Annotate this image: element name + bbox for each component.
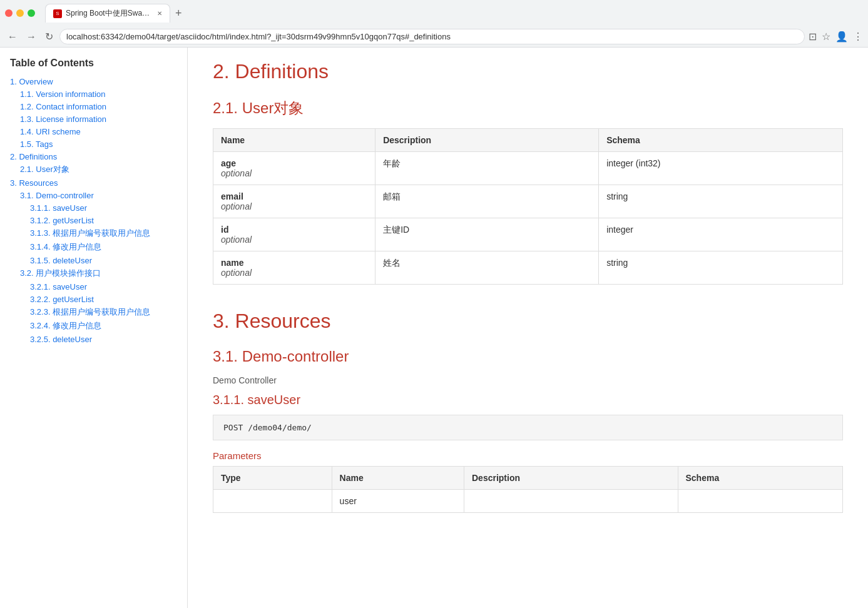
toc-item-getbyid2: 3.2.3. 根据用户编号获取用户信息 — [10, 307, 177, 318]
toc-link-version[interactable]: 1.1. Version information — [20, 89, 106, 99]
toc-item-definitions: 2. Definitions — [10, 151, 177, 161]
toc-item-deleteuser: 3.1.5. deleteUser — [10, 255, 177, 265]
toc-link-user-obj[interactable]: 2.1. User对象 — [20, 165, 69, 174]
toc-item-getuserlist: 3.1.2. getUserList — [10, 215, 177, 225]
field-optional: optional — [221, 235, 252, 245]
field-name-cell: id optional — [213, 218, 375, 251]
main-content: 2. Definitions 2.1. User对象 Name Descript… — [188, 48, 868, 608]
toc-link-getbyid[interactable]: 3.1.3. 根据用户编号获取用户信息 — [30, 228, 150, 238]
title-bar: S Spring Boot中使用Swagger2栏 ✕ + — [0, 0, 868, 26]
toc-link-definitions[interactable]: 2. Definitions — [10, 152, 57, 161]
parameters-label: Parameters — [213, 450, 843, 461]
toc-link-resources[interactable]: 3. Resources — [10, 178, 58, 188]
toc-item-saveuser: 3.1.1. saveUser — [10, 203, 177, 213]
section3-heading: 3. Resources — [213, 310, 843, 333]
field-schema-cell: string — [599, 185, 843, 218]
toc-item-getbyid: 3.1.3. 根据用户编号获取用户信息 — [10, 228, 177, 239]
user-table-header-row: Name Description Schema — [213, 129, 843, 152]
page-wrapper: Table of Contents 1. Overview 1.1. Versi… — [0, 48, 868, 608]
saveuser-code-block: POST /demo04/demo/ — [213, 415, 843, 440]
profile-icon[interactable]: 👤 — [835, 31, 848, 43]
toc-item-update: 3.1.4. 修改用户信息 — [10, 241, 177, 253]
toc-list: 1. Overview 1.1. Version information 1.2… — [10, 76, 177, 344]
param-schema-cell — [678, 490, 843, 513]
toc-item-license: 1.3. License information — [10, 114, 177, 124]
field-name-cell: email optional — [213, 185, 375, 218]
maximize-button[interactable] — [28, 9, 35, 17]
toc-item-uri: 1.4. URI scheme — [10, 126, 177, 136]
col-description-header: Description — [375, 129, 599, 152]
field-schema-cell: integer — [599, 218, 843, 251]
toc-link-uri[interactable]: 1.4. URI scheme — [20, 127, 81, 136]
toc-link-getbyid2[interactable]: 3.2.3. 根据用户编号获取用户信息 — [30, 307, 150, 317]
minimize-button[interactable] — [16, 9, 24, 17]
toc-link-overview[interactable]: 1. Overview — [10, 77, 53, 86]
toc-link-saveuser[interactable]: 3.1.1. saveUser — [30, 203, 87, 213]
field-schema-cell: string — [599, 251, 843, 285]
toc-link-update2[interactable]: 3.2.4. 修改用户信息 — [30, 321, 101, 330]
col-name-header: Name — [213, 129, 375, 152]
toc-link-getuserlist[interactable]: 3.1.2. getUserList — [30, 216, 94, 225]
toc-link-update[interactable]: 3.1.4. 修改用户信息 — [30, 242, 101, 251]
toc-link-license[interactable]: 1.3. License information — [20, 114, 106, 124]
window-buttons — [5, 9, 35, 17]
toolbar-icons: ⊡ ☆ 👤 ⋮ — [809, 31, 863, 43]
toc-link-contact[interactable]: 1.2. Contact information — [20, 102, 106, 111]
forward-button[interactable]: → — [24, 30, 39, 44]
field-optional: optional — [221, 268, 252, 278]
toc-item-contact: 1.2. Contact information — [10, 101, 177, 111]
toc-item-getuserlist2: 3.2.2. getUserList — [10, 294, 177, 304]
toc-item-demo-controller: 3.1. Demo-controller — [10, 190, 177, 200]
field-description-cell: 主键ID — [375, 218, 599, 251]
toc-title: Table of Contents — [10, 58, 177, 69]
parameters-table: Type Name Description Schema user — [213, 466, 843, 513]
field-name: name — [221, 258, 244, 268]
toc-item-overview: 1. Overview — [10, 76, 177, 86]
active-tab[interactable]: S Spring Boot中使用Swagger2栏 ✕ — [45, 4, 170, 23]
toc-link-user-module[interactable]: 3.2. 用户模块操作接口 — [20, 268, 101, 278]
menu-icon[interactable]: ⋮ — [853, 31, 863, 43]
param-col-description: Description — [464, 467, 678, 490]
toc-item-version: 1.1. Version information — [10, 89, 177, 99]
toc-link-saveuser2[interactable]: 3.2.1. saveUser — [30, 282, 87, 291]
field-description-cell: 邮箱 — [375, 185, 599, 218]
param-col-schema: Schema — [678, 467, 843, 490]
toc-link-tags[interactable]: 1.5. Tags — [20, 139, 53, 149]
field-optional: optional — [221, 201, 252, 211]
toc-item-user-obj: 2.1. User对象 — [10, 164, 177, 175]
section311-heading: 3.1.1. saveUser — [213, 393, 843, 407]
back-button[interactable]: ← — [5, 30, 20, 44]
address-input[interactable] — [59, 29, 805, 44]
table-row: user — [213, 490, 843, 513]
toc-link-deleteuser2[interactable]: 3.2.5. deleteUser — [30, 335, 92, 344]
parameters-table-header-row: Type Name Description Schema — [213, 467, 843, 490]
toc-link-getuserlist2[interactable]: 3.2.2. getUserList — [30, 295, 94, 304]
section31-heading: 3.1. Demo-controller — [213, 348, 843, 365]
field-name: age — [221, 158, 236, 168]
user-table: Name Description Schema age optional 年龄 … — [213, 128, 843, 285]
new-tab-button[interactable]: + — [173, 7, 185, 20]
table-row: id optional 主键ID integer — [213, 218, 843, 251]
tab-close-icon[interactable]: ✕ — [157, 10, 162, 17]
bookmark-icon[interactable]: ☆ — [822, 31, 830, 43]
close-button[interactable] — [5, 9, 13, 17]
reload-button[interactable]: ↻ — [43, 29, 56, 44]
toc-link-deleteuser[interactable]: 3.1.5. deleteUser — [30, 256, 92, 265]
demo-controller-desc: Demo Controller — [213, 375, 843, 385]
cast-icon[interactable]: ⊡ — [809, 31, 817, 43]
toc-item-tags: 1.5. Tags — [10, 139, 177, 149]
toc-item-update2: 3.2.4. 修改用户信息 — [10, 320, 177, 332]
toc-item-user-module: 3.2. 用户模块操作接口 — [10, 268, 177, 279]
toc-link-demo-controller[interactable]: 3.1. Demo-controller — [20, 191, 94, 200]
param-name-cell: user — [332, 490, 464, 513]
field-schema-cell: integer (int32) — [599, 152, 843, 185]
toc-item-deleteuser2: 3.2.5. deleteUser — [10, 334, 177, 344]
table-row: name optional 姓名 string — [213, 251, 843, 285]
param-col-type: Type — [213, 467, 332, 490]
sidebar: Table of Contents 1. Overview 1.1. Versi… — [0, 48, 188, 608]
field-name: email — [221, 191, 243, 201]
field-description-cell: 年龄 — [375, 152, 599, 185]
toc-item-saveuser2: 3.2.1. saveUser — [10, 281, 177, 291]
table-row: email optional 邮箱 string — [213, 185, 843, 218]
tab-title: Spring Boot中使用Swagger2栏 — [66, 8, 153, 19]
